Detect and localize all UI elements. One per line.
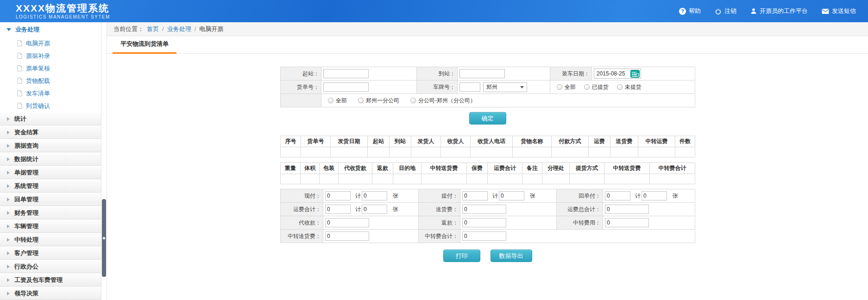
origin-input[interactable] bbox=[323, 69, 369, 78]
sidebar-group-receipt-mgmt[interactable]: 回单管理 bbox=[0, 193, 101, 206]
sidebar-scrollbar-thumb[interactable] bbox=[102, 199, 106, 277]
waybill-table: 序号 货单号 发货日期 起站 到站 发货人 收货人 收货人电话 货物名称 付款方… bbox=[280, 136, 695, 157]
radio-icon bbox=[328, 98, 333, 103]
sidebar-item-computer-billing[interactable]: 电脑开票 bbox=[0, 37, 101, 50]
chevron-right-icon bbox=[7, 211, 10, 215]
load-date-label: 装车日期： bbox=[550, 67, 592, 81]
user-icon bbox=[750, 8, 757, 14]
plate-city-select[interactable]: 郑州 bbox=[483, 82, 527, 92]
col-header: 中转送货费 bbox=[421, 163, 467, 174]
col-header: 发货日期 bbox=[331, 136, 368, 147]
breadcrumb-home-link[interactable]: 首页 bbox=[147, 25, 159, 33]
radio-not-picked-up[interactable]: 未提货 bbox=[617, 83, 642, 91]
freight-grand-total-input[interactable] bbox=[605, 205, 649, 214]
transfer-fee-input[interactable] bbox=[605, 218, 649, 227]
radio-icon bbox=[584, 84, 590, 90]
sidebar-group-customer-mgmt[interactable]: 客户管理 bbox=[0, 246, 101, 260]
col-header: 发货人 bbox=[411, 136, 441, 147]
workbench-link[interactable]: 开票员的工作平台 bbox=[750, 7, 808, 15]
print-button[interactable]: 打印 bbox=[443, 250, 480, 262]
col-header: 代收货款 bbox=[339, 163, 372, 174]
sidebar-group-label: 业务处理 bbox=[15, 25, 39, 34]
freight-total-count-input[interactable] bbox=[362, 205, 387, 214]
radio-picked-up[interactable]: 已提货 bbox=[584, 83, 609, 91]
breadcrumb-current: 电脑开票 bbox=[199, 25, 223, 33]
table-row bbox=[281, 147, 695, 157]
sidebar-item-ticket-review[interactable]: 票单复核 bbox=[0, 62, 101, 75]
col-header: 付款方式 bbox=[552, 136, 589, 147]
sidebar-scrollbar-track[interactable] bbox=[101, 22, 107, 300]
col-header: 起站 bbox=[368, 136, 390, 147]
sidebar-group-ticket-query[interactable]: 票据查询 bbox=[0, 139, 101, 152]
sidebar-group-document-mgmt[interactable]: 单据管理 bbox=[0, 166, 101, 179]
waybill-table-header-row: 序号 货单号 发货日期 起站 到站 发货人 收货人 收货人电话 货物名称 付款方… bbox=[281, 136, 695, 147]
pickup-pay-input[interactable] bbox=[462, 191, 488, 200]
document-icon bbox=[17, 103, 22, 109]
logout-link[interactable]: 注销 bbox=[715, 7, 736, 15]
radio-branch-all[interactable]: 全部 bbox=[328, 97, 347, 105]
sidebar-group-fund-settlement[interactable]: 资金结算 bbox=[0, 125, 101, 139]
sidebar-item-ticket-supplement[interactable]: 票据补录 bbox=[0, 50, 101, 62]
breadcrumb: 当前位置： 首页 / 业务处理 / 电脑开票 bbox=[107, 22, 868, 36]
send-sms-link[interactable]: 发送短信 bbox=[822, 7, 856, 15]
collection-input[interactable] bbox=[325, 218, 369, 227]
mail-icon bbox=[822, 8, 829, 14]
waybill-input[interactable] bbox=[323, 82, 369, 92]
breadcrumb-separator: / bbox=[162, 25, 164, 32]
radio-icon bbox=[617, 84, 623, 90]
radio-branch-zhengzhou-first[interactable]: 郑州一分公司 bbox=[358, 97, 399, 105]
chevron-right-icon bbox=[7, 265, 10, 269]
freight-total-input[interactable] bbox=[325, 205, 351, 214]
col-header: 收货人电话 bbox=[471, 136, 513, 147]
freight-total-label: 运费合计： bbox=[281, 203, 323, 216]
load-date-input[interactable]: 2015-08-25 bbox=[594, 69, 641, 79]
transfer-fee-total-input[interactable] bbox=[462, 231, 506, 241]
col-header: 送货费 bbox=[610, 136, 638, 147]
confirm-button[interactable]: 确定 bbox=[469, 112, 506, 125]
radio-pickup-all[interactable]: 全部 bbox=[557, 83, 576, 91]
sidebar-group-finance-mgmt[interactable]: 财务管理 bbox=[0, 206, 101, 219]
document-icon bbox=[17, 65, 22, 71]
plate-input[interactable] bbox=[459, 82, 480, 92]
transfer-delivery-fee-input[interactable] bbox=[325, 231, 369, 241]
sidebar-group-transfer-mgmt[interactable]: 中转处理 bbox=[0, 233, 101, 246]
cash-pay-input[interactable] bbox=[325, 191, 351, 200]
sidebar-item-departure-list[interactable]: 发车清单 bbox=[0, 87, 101, 100]
col-header: 目的地 bbox=[393, 163, 421, 174]
sidebar-group-leadership[interactable]: 领导决策 bbox=[0, 287, 101, 300]
tab-arrival-list[interactable]: 平安物流到货清单 bbox=[113, 35, 176, 54]
pickup-pay-count-input[interactable] bbox=[499, 191, 524, 200]
sidebar-group-system-mgmt[interactable]: 系统管理 bbox=[0, 179, 101, 193]
receipt-pay-count-input[interactable] bbox=[642, 191, 667, 200]
col-header: 返款 bbox=[372, 163, 393, 174]
chevron-down-icon bbox=[520, 86, 524, 88]
col-header: 中转送货费 bbox=[604, 163, 650, 174]
branch-radio-group: 全部 郑州一分公司 分公司-郑州（分公司） bbox=[323, 97, 693, 105]
sidebar-group-salary-charter[interactable]: 工资及包车费管理 bbox=[0, 273, 101, 287]
plate-city-value: 郑州 bbox=[486, 83, 497, 91]
col-header: 体积 bbox=[301, 163, 320, 174]
sidebar-group-business[interactable]: 业务处理 bbox=[0, 22, 101, 37]
sidebar-group-data-statistics[interactable]: 数据统计 bbox=[0, 152, 101, 166]
dest-label: 到站： bbox=[417, 67, 458, 81]
sidebar-group-vehicle-mgmt[interactable]: 车辆管理 bbox=[0, 219, 101, 233]
sidebar-item-label: 票单复核 bbox=[26, 64, 50, 73]
receipt-pay-input[interactable] bbox=[605, 191, 630, 200]
document-icon bbox=[17, 40, 22, 46]
col-header: 件数 bbox=[675, 136, 695, 147]
sidebar-item-cargo-stowage[interactable]: 货物配载 bbox=[0, 75, 101, 87]
sidebar-item-arrival-confirm[interactable]: 到货确认 bbox=[0, 100, 101, 112]
radio-branch-zhengzhou-sub[interactable]: 分公司-郑州（分公司） bbox=[410, 97, 476, 105]
waybill-table-extra: 重量 体积 包装 代收货款 返款 目的地 中转送货费 保费 运费合计 备注 分理… bbox=[280, 162, 695, 184]
document-icon bbox=[17, 53, 22, 59]
export-button[interactable]: 数据导出 bbox=[491, 250, 532, 262]
delivery-fee-input[interactable] bbox=[462, 205, 506, 214]
sidebar-group-statistics[interactable]: 统计 bbox=[0, 112, 101, 125]
help-icon: ? bbox=[679, 8, 686, 15]
refund-input[interactable] bbox=[462, 218, 506, 227]
help-link[interactable]: ? 帮助 bbox=[679, 7, 701, 15]
cash-pay-count-input[interactable] bbox=[362, 191, 387, 200]
dest-input[interactable] bbox=[459, 69, 505, 78]
breadcrumb-section-link[interactable]: 业务处理 bbox=[167, 25, 191, 33]
sidebar-group-admin-office[interactable]: 行政办公 bbox=[0, 260, 101, 273]
